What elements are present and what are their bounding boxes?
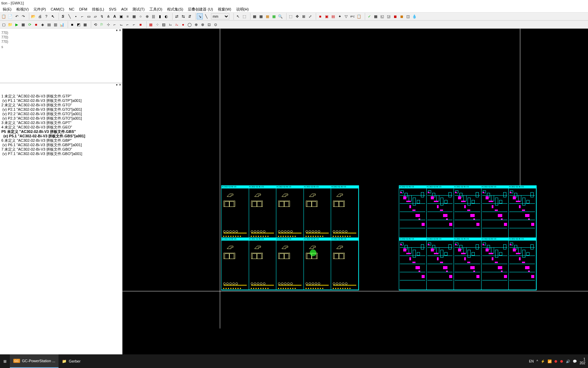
pcb-unit[interactable]: AC302-02-Bi V3 xyxy=(304,238,331,290)
grid-red-icon[interactable]: ▦ xyxy=(148,21,154,28)
line-icon[interactable]: ╲ xyxy=(66,13,72,19)
path-icon[interactable]: ↯ xyxy=(99,13,105,19)
red-mark-icon[interactable]: ◼ xyxy=(392,13,398,19)
menu-item[interactable]: 工具(O) xyxy=(147,6,164,12)
panel-controls[interactable]: ▾ ✕ xyxy=(116,29,121,32)
toggle1-icon[interactable]: ◱ xyxy=(379,13,385,19)
layer-item[interactable]: 3 未定义 "AC302-02-Bi-V3 拼板文件.GPT" xyxy=(1,121,121,125)
pcb-unit[interactable]: AC302-02-Bi V3 xyxy=(481,186,509,238)
cad-viewport[interactable]: AC302-02-Bi V3AC302-02-Bi V3AC302-02-Bi … xyxy=(122,29,588,354)
grid-fine-icon[interactable]: ▦ xyxy=(373,13,379,19)
select-rect-icon[interactable]: ⬚ xyxy=(241,13,247,19)
rect-icon[interactable]: ▭ xyxy=(86,13,92,19)
hatch2-icon[interactable]: ▨ xyxy=(161,21,167,28)
vstripes-icon[interactable]: ▮ xyxy=(157,13,163,19)
polyline-icon[interactable]: ⌐ xyxy=(79,13,85,19)
grid-small-icon[interactable]: ▦ xyxy=(20,21,26,28)
align-h-icon[interactable]: ⇄ xyxy=(174,13,180,19)
palette-icon[interactable]: ◩ xyxy=(76,21,82,28)
layer-item[interactable]: 6 未定义 "AC302-02-Bi-V3 拼板文件.GBP" xyxy=(1,138,121,143)
zoom-icon[interactable]: 🔍 xyxy=(277,13,283,19)
units-select[interactable]: mm xyxy=(211,13,229,19)
rect2-icon[interactable]: ▱ xyxy=(92,13,98,19)
pcb-unit[interactable]: AC302-02-Bi V3 xyxy=(454,238,481,290)
target-icon[interactable]: ⊕ xyxy=(144,13,150,19)
pcb-panel-left[interactable]: AC302-02-Bi V3AC302-02-Bi V3AC302-02-Bi … xyxy=(221,185,359,290)
filter-icon[interactable]: ▽ xyxy=(343,13,349,19)
star-block-icon[interactable]: ▦ xyxy=(131,13,137,19)
pcb-unit[interactable]: AC302-02-Bi V3 xyxy=(249,238,277,290)
red-dot-icon[interactable]: ● xyxy=(180,21,186,28)
pattern-icon[interactable]: ▤ xyxy=(46,21,52,28)
redo-icon[interactable]: ↷ xyxy=(20,13,26,19)
bold-a-icon[interactable]: A xyxy=(112,13,118,19)
notifications-icon[interactable]: 💬 xyxy=(573,359,577,363)
pcb-unit[interactable]: AC302-02-Bi V3 xyxy=(331,238,359,290)
layers-icon[interactable]: ▥ xyxy=(52,21,59,28)
system-tray[interactable]: EN ^ ⚡ 📶 ⬣ ⬣ 🔊 💬 1202 xyxy=(529,357,588,365)
ipc-icon[interactable]: IPC xyxy=(349,13,356,19)
cursor-arrow-icon[interactable]: ↖ xyxy=(50,13,56,19)
check-icon[interactable]: ✓ xyxy=(366,13,372,19)
num1-icon[interactable]: 1₂ xyxy=(167,21,173,28)
pcb-unit[interactable]: AC302-02-Bi V3 xyxy=(427,186,454,238)
red-sq-icon[interactable]: ■ xyxy=(317,13,323,19)
red-overlay-icon[interactable]: ▣ xyxy=(324,13,330,19)
rotate-icon[interactable]: ⟲ xyxy=(92,21,98,28)
help-icon[interactable]: ? xyxy=(43,13,49,19)
copy-icon[interactable]: 📋 xyxy=(1,13,7,19)
layer-item[interactable]: 2 未定义 "AC302-02-Bi-V3 拼板文件.GTO" xyxy=(1,103,121,107)
circle-icon[interactable]: ○ xyxy=(137,13,144,19)
menu-item[interactable]: 元件(P) xyxy=(31,6,48,12)
clock-time[interactable]: 1202 xyxy=(579,357,585,365)
volume-icon[interactable]: 🔊 xyxy=(566,359,570,363)
dots-icon[interactable]: ⁘ xyxy=(154,21,160,28)
ime-indicator[interactable]: EN xyxy=(529,359,534,363)
layer-list-panel[interactable]: ▾ ✕ 1 未定义 "AC302-02-Bi-V3 拼板文件.GTP" (v) … xyxy=(0,83,122,354)
menu-item[interactable]: CAM(C) xyxy=(49,7,66,12)
grid1-icon[interactable]: ▦ xyxy=(251,13,258,19)
square-fill-icon[interactable]: ▣ xyxy=(118,13,124,19)
explode-icon[interactable]: ✦ xyxy=(337,13,343,19)
new-icon[interactable]: ▢ xyxy=(1,21,7,28)
flag1-icon[interactable]: ⚐ xyxy=(99,21,105,28)
pcb-unit[interactable]: AC302-02-Bi V3 xyxy=(222,238,249,290)
measure-line-icon[interactable]: ╲ xyxy=(203,13,209,19)
menu-item[interactable]: DFM xyxy=(77,7,89,12)
menu-item[interactable]: NC xyxy=(67,7,77,12)
pcb-unit[interactable]: AC302-02-Bi V3 xyxy=(276,238,304,290)
pcb-unit[interactable]: AC302-02-Bi V3 xyxy=(427,238,454,290)
menu-item[interactable]: 说明(H) xyxy=(234,6,251,12)
point-icon[interactable]: • xyxy=(73,13,79,19)
toggle2-icon[interactable]: ◲ xyxy=(386,13,392,19)
menu-item[interactable]: 辑(E) xyxy=(1,6,14,12)
reload-icon[interactable]: ⟳ xyxy=(27,21,33,28)
undo-icon[interactable]: ↶ xyxy=(14,13,20,19)
small-plus-icon[interactable]: ⊕ xyxy=(193,21,199,28)
layer-item[interactable]: (v) P1.1 "AC302-02-Bi-V3 拼板文件.GTP"[a001] xyxy=(1,98,121,103)
task-gerber-folder[interactable]: 📁 Gerber xyxy=(59,354,84,368)
folder-icon[interactable]: 📁 xyxy=(7,21,13,28)
axis-icon[interactable]: ⌐ xyxy=(112,21,118,28)
distribute-icon[interactable]: ⇵ xyxy=(186,13,193,19)
grid2-icon[interactable]: ▦ xyxy=(258,13,264,19)
cursor-icon[interactable]: ↖ xyxy=(235,13,241,19)
axis-swap-icon[interactable]: ⌙ xyxy=(118,21,124,28)
layer-item[interactable]: (v) P6.1 "AC302-02-Bi-V3 拼板文件.GBP"[a001] xyxy=(1,143,121,147)
barcode-icon[interactable]: ||| xyxy=(150,13,157,19)
layer-item[interactable]: (v) P2.1 "AC302-02-Bi-V3 拼板文件.GTO"[a001] xyxy=(1,107,121,112)
chart-icon[interactable]: 📊 xyxy=(59,21,65,28)
grid-green-icon[interactable]: ▦ xyxy=(271,13,277,19)
pcb-unit[interactable]: AC302-02-Bi V3 xyxy=(276,186,304,238)
arrow-run-icon[interactable]: ▶ xyxy=(14,21,20,28)
panel-controls[interactable]: ▾ ✕ xyxy=(116,83,121,87)
grid-bold-icon[interactable]: ▦ xyxy=(264,13,271,19)
drop-icon[interactable]: 💧 xyxy=(411,13,418,19)
menu-item[interactable]: 检视(V) xyxy=(14,6,31,12)
pcb-unit[interactable]: AC302-02-Bi V3 xyxy=(399,238,427,290)
contrast-icon[interactable]: ◐ xyxy=(163,13,169,19)
axis-x-icon[interactable]: ⌐ xyxy=(125,21,131,28)
start-button[interactable]: ⊞ xyxy=(0,354,10,368)
branch-icon[interactable]: ⋔ xyxy=(105,13,111,19)
snap-icon[interactable]: ⊞ xyxy=(300,13,307,19)
